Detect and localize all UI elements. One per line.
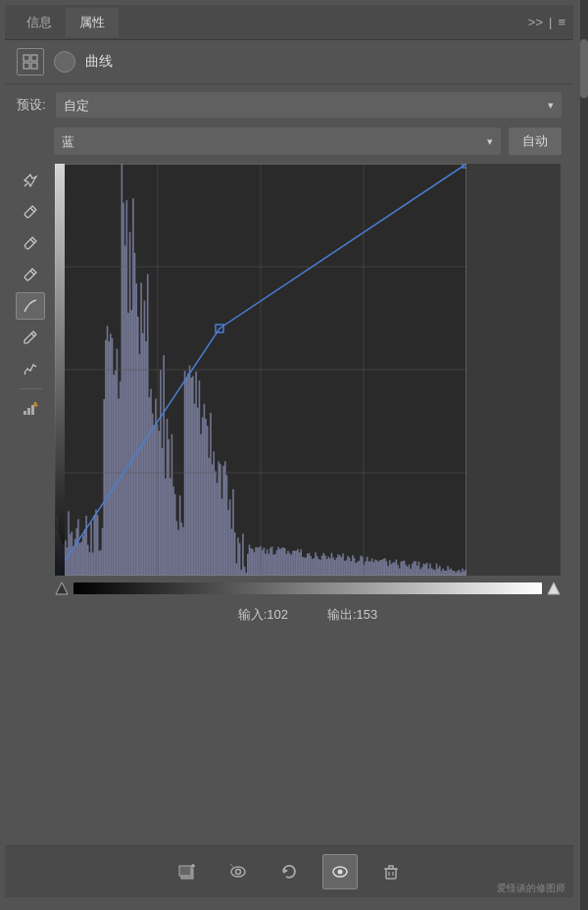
svg-marker-16: [283, 868, 288, 874]
svg-rect-2: [24, 63, 29, 69]
preset-row: 预设: 自定: [5, 84, 573, 126]
black-point-icon[interactable]: [54, 581, 70, 596]
svg-point-9: [35, 405, 36, 406]
svg-marker-11: [548, 582, 560, 594]
curves-container[interactable]: [54, 163, 562, 577]
tab-extras: >> | ≡: [528, 15, 565, 29]
smooth-tool-button[interactable]: [16, 355, 45, 382]
toggle-visibility-button[interactable]: [322, 854, 358, 889]
curves-canvas[interactable]: [55, 164, 466, 576]
panel-header: 曲线: [5, 40, 573, 84]
tab-bar: 信息 属性 >> | ≡: [5, 5, 573, 40]
menu-icon[interactable]: ≡: [558, 15, 565, 29]
channel-select[interactable]: 蓝: [54, 127, 501, 155]
preset-select-wrapper: 自定: [56, 92, 562, 118]
tools-sidebar: [13, 163, 48, 845]
tool-divider: [19, 388, 42, 389]
channel-select-wrapper: 蓝: [54, 127, 501, 155]
main-content: 输入:102 输出:153: [5, 163, 573, 845]
pencil-tool-button[interactable]: [16, 324, 45, 351]
curves-area: 输入:102 输出:153: [54, 163, 562, 845]
output-value: 输出:153: [327, 606, 377, 624]
preset-select[interactable]: 自定: [56, 92, 562, 118]
svg-point-4: [24, 246, 27, 249]
reset-button[interactable]: [271, 854, 307, 889]
target-tool-button[interactable]: [16, 167, 45, 194]
svg-point-18: [338, 870, 343, 875]
histogram-warning-button[interactable]: [16, 395, 45, 423]
svg-rect-0: [24, 55, 29, 61]
svg-rect-3: [31, 63, 37, 69]
divider: |: [549, 15, 552, 29]
svg-rect-1: [31, 55, 37, 61]
svg-point-14: [231, 867, 245, 877]
svg-rect-6: [27, 408, 30, 415]
tab-properties[interactable]: 属性: [66, 8, 119, 37]
input-value: 输入:102: [238, 606, 288, 624]
watermark: 爱怪谈的修图师: [497, 882, 565, 895]
delete-layer-button[interactable]: [373, 854, 409, 889]
svg-rect-13: [179, 866, 191, 876]
expand-icon[interactable]: >>: [528, 15, 543, 29]
gradient-bar-container: [54, 581, 562, 596]
white-point-icon[interactable]: [546, 581, 562, 596]
channel-row: 蓝 自动: [5, 126, 573, 163]
scrollbar[interactable]: [580, 0, 588, 910]
panel-title: 曲线: [85, 53, 113, 71]
svg-point-15: [236, 870, 241, 875]
svg-marker-10: [56, 582, 68, 594]
eyedropper-white-button[interactable]: [16, 261, 45, 288]
bottom-toolbar: [5, 845, 573, 897]
tab-info[interactable]: 信息: [13, 8, 66, 37]
eyedropper-black-button[interactable]: [16, 198, 45, 226]
grid-icon[interactable]: [17, 48, 44, 76]
svg-rect-19: [386, 869, 396, 879]
clip-to-layer-button[interactable]: [170, 854, 205, 889]
gradient-bar: [74, 582, 542, 594]
io-row: 输入:102 输出:153: [54, 600, 562, 630]
view-previous-button[interactable]: [220, 854, 256, 889]
preset-label: 预设:: [17, 96, 48, 114]
circle-icon[interactable]: [54, 51, 75, 73]
curve-tool-button[interactable]: [16, 292, 45, 320]
eyedropper-gray-button[interactable]: [16, 229, 45, 257]
svg-rect-5: [24, 411, 26, 415]
scrollbar-thumb[interactable]: [580, 39, 588, 98]
auto-button[interactable]: 自动: [509, 127, 562, 155]
